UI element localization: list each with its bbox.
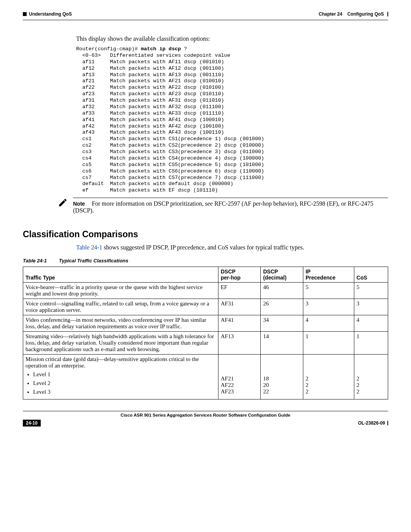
classification-table: Traffic Type DSCPper-hop DSCP(decimal) I…	[23, 267, 388, 399]
running-header-right: Chapter 24 Configuring QoS	[319, 11, 388, 17]
list-item: Level 1	[33, 371, 216, 378]
cell-decimal: 14	[261, 332, 303, 355]
chapter-title: Configuring QoS	[347, 11, 384, 17]
header-rule	[23, 20, 388, 20]
cell-perhop: AF41	[218, 315, 261, 332]
mission-levels: Level 1 Level 2 Level 3	[27, 371, 216, 395]
table-reference-link[interactable]: Table 24-1	[76, 244, 102, 251]
running-header-left: Understanding QoS	[23, 11, 72, 17]
table-row: Voice-bearer—traffic in a priority queue…	[23, 283, 388, 299]
table-row: Streaming video—relatively high bandwidt…	[23, 332, 388, 355]
cell-perhop: EF	[218, 283, 261, 299]
intro-text: This display shows the available classif…	[76, 35, 388, 42]
cell-decimal: 46	[261, 283, 303, 299]
cell-perhop: AF13	[218, 332, 261, 355]
table-header-row: Traffic Type DSCPper-hop DSCP(decimal) I…	[23, 267, 388, 283]
cell-cos: 1	[354, 332, 388, 355]
cell-traffic-type: Voice control—signalling traffic, relate…	[23, 299, 218, 315]
col-ip-precedence: IPPrecedence	[303, 267, 354, 283]
note-text: For more information on DSCP prioritizat…	[73, 200, 373, 214]
cli-lines: <0-63> Differentiated services codepoint…	[76, 53, 264, 193]
list-item: Level 2	[33, 380, 216, 387]
cell-decimal: 26	[261, 299, 303, 315]
cell-traffic-type: Video conferencing—in most networks, vid…	[23, 315, 218, 332]
cli-output: Router(config-cmap)# match ip dscp ? <0-…	[76, 46, 388, 194]
note-label: Note	[73, 201, 85, 207]
cell-traffic-type: Voice-bearer—traffic in a priority queue…	[23, 283, 218, 299]
cell-cos: 5	[354, 283, 388, 299]
note-content: Note For more information on DSCP priori…	[73, 198, 388, 214]
col-traffic-type: Traffic Type	[23, 267, 218, 283]
cell-cos: 2 2 2	[354, 355, 388, 399]
cell-precedence: 4	[303, 315, 354, 332]
cell-perhop: AF21 AF22 AF23	[218, 355, 261, 399]
section-intro: Table 24-1 shows suggested IP DSCP, IP p…	[76, 244, 388, 251]
table-row: Mission critical date (gold data)—delay-…	[23, 355, 388, 399]
cell-perhop: AF31	[218, 299, 261, 315]
document-id: OL-23826-09	[358, 420, 388, 426]
cell-cos: 3	[354, 299, 388, 315]
footer-book-title: Cisco ASR 901 Series Aggregation Service…	[23, 413, 388, 417]
cell-precedence: 2 2 2	[303, 355, 354, 399]
col-dscp-decimal: DSCP(decimal)	[261, 267, 303, 283]
footer-rule	[23, 411, 388, 411]
cell-decimal: 34	[261, 315, 303, 332]
pencil-icon	[57, 198, 68, 209]
col-cos: CoS	[354, 267, 388, 283]
mission-intro: Mission critical date (gold data)—delay-…	[25, 356, 199, 369]
cli-command: match ip dscp	[141, 46, 184, 52]
cell-precedence: 3	[303, 299, 354, 315]
table-row: Voice control—signalling traffic, relate…	[23, 299, 388, 315]
cell-precedence: 1	[303, 332, 354, 355]
cell-traffic-type: Mission critical date (gold data)—delay-…	[23, 355, 218, 399]
table-number: Table 24-1	[23, 258, 47, 264]
cell-precedence: 5	[303, 283, 354, 299]
page-number: 24-10	[23, 420, 41, 427]
col-dscp-perhop: DSCPper-hop	[218, 267, 261, 283]
section-title: Classification Comparisons	[23, 229, 388, 240]
table-row: Video conferencing—in most networks, vid…	[23, 315, 388, 332]
list-item: Level 3	[33, 389, 216, 395]
table-title: Typical Traffic Classifications	[59, 258, 129, 264]
chapter-number: Chapter 24	[319, 11, 342, 17]
cell-decimal: 18 20 22	[261, 355, 303, 399]
cell-traffic-type: Streaming video—relatively high bandwidt…	[23, 332, 218, 355]
table-caption: Table 24-1 Typical Traffic Classificatio…	[23, 258, 388, 264]
cli-prompt: Router(config-cmap)#	[76, 46, 141, 52]
cell-cos: 4	[354, 315, 388, 332]
